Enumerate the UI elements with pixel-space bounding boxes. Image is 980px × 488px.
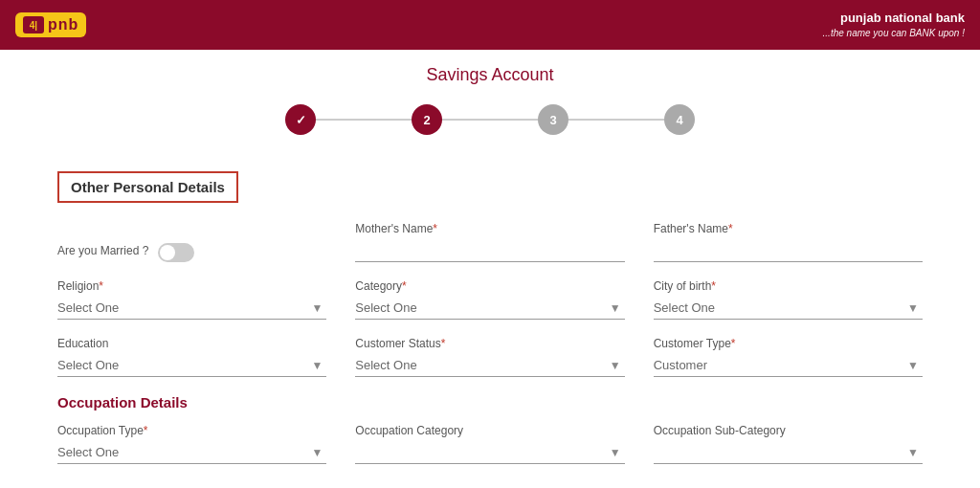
category-select-wrapper: Select One ▼ (355, 297, 624, 320)
customer-status-label: Customer Status* (355, 337, 624, 350)
occupation-sub-category-label: Occupation Sub-Category (654, 424, 923, 437)
step-4-circle: 4 (664, 104, 695, 135)
form-row-4: Occupation Type* Select One ▼ Occupation… (57, 424, 923, 464)
step-1-circle: ✓ (285, 104, 316, 135)
occupation-sub-category-select[interactable] (654, 441, 923, 464)
mothers-name-field: Mother's Name* (355, 222, 624, 262)
main-content: Other Personal Details Are you Married ?… (0, 152, 980, 488)
customer-status-select[interactable]: Select One (355, 354, 624, 377)
occupation-type-label: Occupation Type* (57, 424, 326, 437)
religion-select[interactable]: Select One (57, 297, 326, 320)
married-field: Are you Married ? (57, 243, 326, 262)
category-field: Category* Select One ▼ (355, 279, 624, 320)
customer-type-field: Customer Type* Customer ▼ (654, 337, 923, 377)
category-label: Category* (355, 279, 624, 293)
step-line-3 (568, 119, 664, 121)
form-row-1: Are you Married ? Mother's Name* Father'… (57, 222, 923, 262)
step-2-circle: 2 (412, 104, 442, 135)
occupation-type-select[interactable]: Select One (57, 441, 326, 464)
logo-text: pnb (48, 16, 78, 33)
bank-name: punjab national bank ...the name you can… (823, 11, 965, 39)
logo-icon: 4| (23, 16, 44, 33)
customer-status-select-wrapper: Select One ▼ (355, 354, 624, 377)
form-row-3: Education Select One ▼ Customer Status* … (57, 337, 923, 377)
step-2: 2 (412, 104, 442, 135)
app-header: 4| pnb punjab national bank ...the name … (0, 0, 980, 50)
occupation-category-select-wrapper: ▼ (355, 441, 624, 464)
religion-field: Religion* Select One ▼ (57, 279, 326, 320)
city-of-birth-select[interactable]: Select One (654, 297, 923, 320)
education-select[interactable]: Select One (57, 354, 326, 377)
occupation-type-field: Occupation Type* Select One ▼ (57, 424, 326, 464)
city-of-birth-label: City of birth* (654, 279, 923, 293)
customer-type-select[interactable]: Customer (654, 354, 923, 377)
step-line-2 (442, 119, 538, 121)
mothers-name-input[interactable] (355, 239, 624, 262)
form-row-2: Religion* Select One ▼ Category* Select … (57, 279, 923, 320)
page-title: Savings Account (0, 50, 980, 95)
step-4: 4 (664, 104, 695, 135)
fathers-name-input[interactable] (654, 239, 923, 262)
step-line-1 (316, 119, 412, 121)
customer-type-label: Customer Type* (654, 337, 923, 350)
other-personal-details-title: Other Personal Details (57, 171, 238, 203)
occupation-details-title: Occupation Details (57, 394, 923, 410)
education-select-wrapper: Select One ▼ (57, 354, 326, 377)
occupation-category-field: Occupation Category ▼ (355, 424, 624, 464)
step-1: ✓ (285, 104, 316, 135)
education-label: Education (57, 337, 326, 350)
married-label: Are you Married ? (57, 244, 148, 257)
occupation-category-select[interactable] (355, 441, 624, 464)
occupation-category-label: Occupation Category (355, 424, 624, 437)
city-of-birth-select-wrapper: Select One ▼ (654, 297, 923, 320)
married-toggle[interactable] (158, 243, 194, 262)
occupation-sub-category-field: Occupation Sub-Category ▼ (654, 424, 923, 464)
stepper: ✓ 2 3 4 (0, 95, 980, 152)
category-select[interactable]: Select One (355, 297, 624, 320)
occupation-sub-category-select-wrapper: ▼ (654, 441, 923, 464)
step-3: 3 (538, 104, 568, 135)
logo: 4| pnb (15, 12, 86, 37)
fathers-name-label: Father's Name* (654, 222, 923, 235)
city-of-birth-field: City of birth* Select One ▼ (654, 279, 923, 320)
step-3-circle: 3 (538, 104, 568, 135)
customer-status-field: Customer Status* Select One ▼ (355, 337, 624, 377)
education-field: Education Select One ▼ (57, 337, 326, 377)
religion-label: Religion* (57, 279, 326, 293)
occupation-type-select-wrapper: Select One ▼ (57, 441, 326, 464)
mothers-name-label: Mother's Name* (355, 222, 624, 235)
fathers-name-field: Father's Name* (654, 222, 923, 262)
customer-type-select-wrapper: Customer ▼ (654, 354, 923, 377)
religion-select-wrapper: Select One ▼ (57, 297, 326, 320)
